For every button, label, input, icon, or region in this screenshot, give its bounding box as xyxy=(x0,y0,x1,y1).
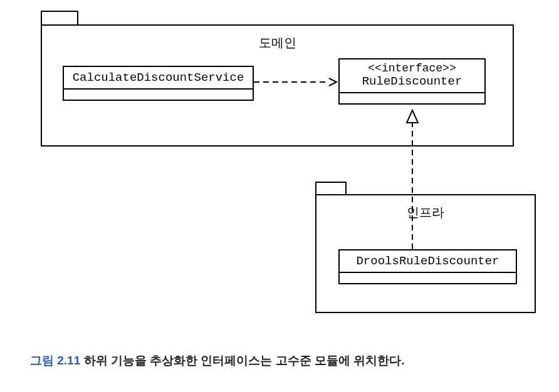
class-body xyxy=(64,90,253,100)
infra-package-label: 인프라 xyxy=(316,204,535,221)
class-body xyxy=(340,93,484,103)
class-stereotype: <<interface>> xyxy=(340,59,484,75)
uml-diagram: 도메인 CalculateDiscountService <<interface… xyxy=(0,0,559,392)
class-body xyxy=(340,273,516,283)
class-drools-rule-discounter: DroolsRuleDiscounter xyxy=(338,249,517,284)
figure-caption-text: 하위 기능을 추상화한 인터페이스는 고수준 모듈에 위치한다. xyxy=(80,354,404,367)
class-name: DroolsRuleDiscounter xyxy=(340,250,516,273)
domain-package-tab xyxy=(41,11,78,26)
class-calculate-discount-service: CalculateDiscountService xyxy=(63,66,254,101)
domain-package-label: 도메인 xyxy=(42,34,513,51)
figure-number: 그림 2.11 xyxy=(30,354,80,367)
figure-caption: 그림 2.11 하위 기능을 추상화한 인터페이스는 고수준 모듈에 위치한다. xyxy=(30,353,405,369)
class-name: RuleDiscounter xyxy=(340,75,484,93)
class-name: CalculateDiscountService xyxy=(64,67,253,90)
class-rule-discounter: <<interface>> RuleDiscounter xyxy=(338,58,486,105)
infra-package-tab xyxy=(315,182,347,195)
